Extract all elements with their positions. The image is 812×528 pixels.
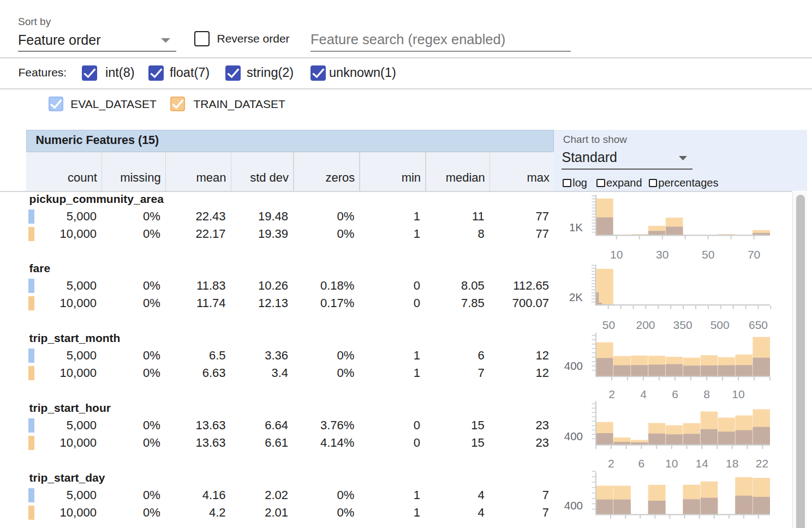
svg-text:650: 650 xyxy=(749,319,768,331)
svg-text:50: 50 xyxy=(702,248,714,261)
svg-text:2: 2 xyxy=(608,457,614,470)
svg-text:70: 70 xyxy=(748,248,760,261)
svg-text:8: 8 xyxy=(703,388,710,400)
svg-text:50: 50 xyxy=(602,319,615,331)
svg-text:400: 400 xyxy=(564,430,583,442)
svg-text:4: 4 xyxy=(640,388,647,400)
svg-text:1K: 1K xyxy=(569,221,583,233)
svg-text:30: 30 xyxy=(656,248,668,261)
svg-text:2: 2 xyxy=(608,388,615,400)
svg-text:350: 350 xyxy=(673,319,692,331)
svg-text:2K: 2K xyxy=(569,291,583,303)
svg-text:18: 18 xyxy=(726,457,738,470)
svg-text:14: 14 xyxy=(696,457,709,470)
svg-text:500: 500 xyxy=(710,319,730,331)
svg-text:10: 10 xyxy=(610,248,623,261)
svg-text:22: 22 xyxy=(756,457,768,470)
svg-text:10: 10 xyxy=(732,388,744,400)
svg-text:6: 6 xyxy=(672,388,678,400)
svg-text:400: 400 xyxy=(564,499,583,512)
svg-text:400: 400 xyxy=(564,359,583,372)
svg-text:10: 10 xyxy=(665,457,678,470)
svg-text:200: 200 xyxy=(636,319,655,331)
svg-text:6: 6 xyxy=(638,457,645,470)
